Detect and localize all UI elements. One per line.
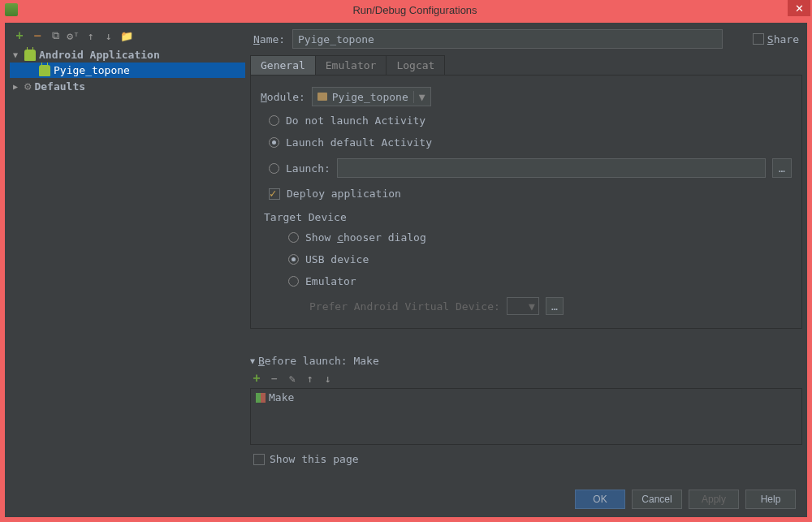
prefer-avd-label: Prefer Android Virtual Device: — [309, 300, 500, 313]
ok-button[interactable]: OK — [575, 490, 625, 509]
help-button[interactable]: Help — [745, 490, 796, 509]
checkbox-label: Show this page — [270, 453, 359, 465]
radio-no-launch[interactable]: Do not launch Activity — [261, 110, 792, 132]
checkbox-icon — [753, 33, 764, 45]
radio-icon — [269, 137, 279, 148]
android-icon — [39, 65, 50, 76]
share-checkbox[interactable]: Share — [753, 33, 799, 45]
radio-icon — [288, 232, 299, 243]
radio-label: Show chooser dialog — [305, 231, 426, 244]
make-icon — [256, 393, 266, 403]
cancel-button[interactable]: Cancel — [632, 490, 682, 509]
tab-general[interactable]: General — [250, 55, 316, 75]
android-icon — [24, 50, 36, 61]
tree-android-application[interactable]: ▼ Android Application — [10, 47, 245, 63]
before-launch-toolbar: + − ✎ ↑ ↓ — [250, 369, 802, 388]
chevron-down-icon: ▼ — [529, 300, 535, 313]
radio-launch-default[interactable]: Launch default Activity — [261, 132, 792, 153]
settings-button[interactable]: ⚙ᵀ — [67, 29, 80, 42]
config-tree: ▼ Android Application Pyige_topone ▶ ⚙ D… — [10, 47, 245, 477]
tab-content: Module: Pyige_topone ▼ Do not launch Act… — [250, 75, 802, 329]
radio-usb-device[interactable]: USB device — [280, 248, 792, 270]
deploy-checkbox[interactable]: Deploy application — [261, 183, 792, 205]
move-task-up-button[interactable]: ↑ — [304, 372, 317, 385]
name-input[interactable] — [292, 29, 723, 49]
tab-emulator[interactable]: Emulator — [315, 55, 387, 75]
avd-browse-button: … — [546, 297, 564, 315]
apply-button: Apply — [689, 490, 739, 509]
radio-icon — [288, 276, 299, 287]
prefer-avd-row: Prefer Android Virtual Device: ▼ … — [280, 292, 792, 320]
remove-task-button[interactable]: − — [268, 372, 281, 385]
radio-show-chooser[interactable]: Show chooser dialog — [280, 226, 792, 248]
radio-label: Launch: — [286, 162, 330, 175]
checkbox-icon — [253, 454, 265, 465]
list-item[interactable]: Make — [251, 389, 801, 406]
chevron-right-icon: ▶ — [13, 82, 21, 91]
tree-defaults[interactable]: ▶ ⚙ Defaults — [10, 78, 245, 94]
tab-logcat[interactable]: Logcat — [386, 55, 445, 75]
remove-config-button[interactable]: − — [31, 29, 44, 42]
folder-icon — [317, 93, 327, 101]
tab-bar: General Emulator Logcat — [250, 55, 802, 75]
show-this-page-checkbox[interactable]: Show this page — [250, 445, 802, 465]
wrench-icon: ⚙ — [24, 80, 31, 93]
radio-icon — [288, 254, 299, 265]
radio-icon — [269, 163, 279, 174]
before-launch-header[interactable]: ▼ Before launch: Make — [250, 353, 802, 369]
module-dropdown[interactable]: Pyige_topone ▼ — [312, 87, 431, 106]
folder-button[interactable]: 📁 — [120, 29, 133, 42]
edit-task-button[interactable]: ✎ — [286, 372, 299, 385]
avd-dropdown: ▼ — [507, 297, 539, 315]
app-icon — [5, 3, 18, 16]
browse-activity-button[interactable]: … — [772, 158, 792, 178]
radio-label: USB device — [305, 253, 369, 265]
titlebar: Run/Debug Configurations ✕ — [0, 0, 812, 19]
name-label: Name: — [253, 33, 286, 45]
tree-item-label: Defaults — [34, 80, 85, 93]
add-task-button[interactable]: + — [250, 372, 263, 385]
chevron-down-icon: ▼ — [13, 50, 21, 59]
config-toolbar: + − ⧉ ⚙ᵀ ↑ ↓ 📁 — [10, 28, 245, 47]
window-title: Run/Debug Configurations — [18, 4, 812, 16]
move-task-down-button[interactable]: ↓ — [322, 372, 335, 385]
radio-emulator[interactable]: Emulator — [280, 270, 792, 292]
tree-item-label: Android Application — [39, 49, 160, 61]
tree-item-label: Pyige_topone — [54, 64, 130, 76]
radio-label: Emulator — [305, 275, 356, 287]
move-up-button[interactable]: ↑ — [84, 29, 97, 42]
add-config-button[interactable]: + — [13, 29, 26, 42]
target-device-header: Target Device — [261, 205, 792, 226]
module-value: Pyige_topone — [332, 91, 408, 103]
module-label: Module: — [261, 91, 305, 103]
close-button[interactable]: ✕ — [788, 0, 810, 16]
before-launch-list[interactable]: Make — [250, 388, 802, 445]
chevron-down-icon: ▼ — [250, 356, 255, 365]
launch-activity-input[interactable] — [337, 158, 766, 178]
dialog-button-bar: OK Cancel Apply Help — [5, 481, 807, 517]
checkbox-icon — [269, 188, 280, 200]
copy-config-button[interactable]: ⧉ — [49, 29, 62, 42]
chevron-down-icon: ▼ — [413, 91, 425, 103]
move-down-button[interactable]: ↓ — [102, 29, 115, 42]
before-launch-label: Before launch: Make — [258, 355, 379, 367]
checkbox-label: Deploy application — [287, 188, 401, 200]
radio-launch-specific[interactable]: Launch: … — [261, 153, 792, 183]
radio-label: Do not launch Activity — [286, 114, 425, 127]
list-item-label: Make — [269, 391, 294, 403]
radio-icon — [269, 115, 279, 126]
tree-config-item[interactable]: Pyige_topone — [10, 63, 245, 78]
radio-label: Launch default Activity — [286, 136, 432, 149]
